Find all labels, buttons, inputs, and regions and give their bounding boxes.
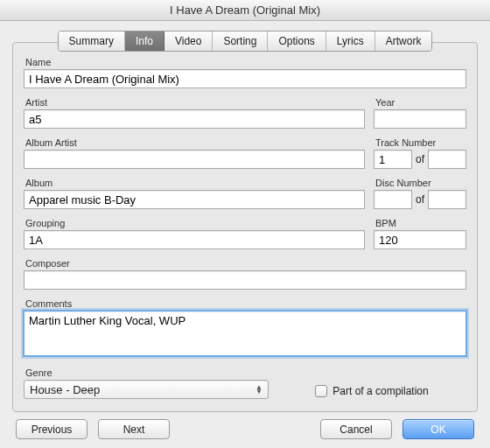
tab-lyrics[interactable]: Lyrics (326, 32, 375, 51)
name-field[interactable] (24, 69, 466, 88)
genre-select[interactable]: House - Deep ▲▼ (24, 380, 269, 399)
window-body: Summary Info Video Sorting Options Lyric… (0, 21, 490, 446)
bpm-label: BPM (375, 218, 466, 228)
tab-frame: Summary Info Video Sorting Options Lyric… (12, 42, 478, 412)
bpm-field[interactable] (374, 230, 466, 249)
next-button[interactable]: Next (98, 419, 170, 439)
genre-value: House - Deep (30, 383, 100, 396)
disc-total-field[interactable] (428, 190, 466, 209)
disc-number-field[interactable] (374, 190, 412, 209)
track-total-field[interactable] (428, 150, 466, 169)
artist-label: Artist (25, 97, 365, 108)
window-title: I Have A Dream (Original Mix) (170, 4, 320, 17)
comments-label: Comments (25, 298, 466, 309)
track-number-label: Track Number (375, 137, 466, 148)
year-field[interactable] (374, 109, 466, 129)
comments-field[interactable] (24, 311, 466, 356)
tab-artwork[interactable]: Artwork (375, 32, 432, 51)
album-label: Album (25, 178, 365, 188)
bottom-bar: Previous Next Cancel OK (12, 412, 478, 439)
tab-summary[interactable]: Summary (59, 32, 125, 51)
previous-button[interactable]: Previous (16, 419, 88, 439)
tab-options[interactable]: Options (268, 32, 326, 51)
disc-of-label: of (416, 193, 424, 206)
year-label: Year (375, 97, 466, 108)
tab-bar: Summary Info Video Sorting Options Lyric… (12, 31, 478, 52)
tab-info[interactable]: Info (125, 32, 164, 51)
select-arrows-icon: ▲▼ (252, 385, 266, 394)
window-titlebar: I Have A Dream (Original Mix) (0, 0, 490, 21)
compilation-checkbox[interactable] (315, 385, 327, 397)
artist-field[interactable] (24, 109, 365, 129)
genre-label: Genre (25, 368, 269, 378)
composer-label: Composer (25, 258, 466, 269)
album-field[interactable] (24, 190, 365, 209)
track-of-label: of (416, 153, 424, 165)
compilation-row[interactable]: Part of a compilation (315, 385, 428, 397)
info-panel: Name Artist Year Album Artist (12, 42, 478, 412)
compilation-label: Part of a compilation (332, 385, 428, 397)
tab-video[interactable]: Video (164, 32, 213, 51)
ok-button[interactable]: OK (402, 419, 474, 439)
composer-field[interactable] (24, 270, 466, 290)
tab-sorting[interactable]: Sorting (213, 32, 268, 51)
grouping-label: Grouping (25, 218, 365, 228)
album-artist-label: Album Artist (25, 137, 365, 148)
disc-number-label: Disc Number (375, 178, 466, 188)
name-label: Name (25, 57, 466, 67)
album-artist-field[interactable] (24, 150, 365, 169)
track-number-field[interactable] (374, 150, 412, 169)
cancel-button[interactable]: Cancel (320, 419, 392, 439)
grouping-field[interactable] (24, 230, 365, 249)
